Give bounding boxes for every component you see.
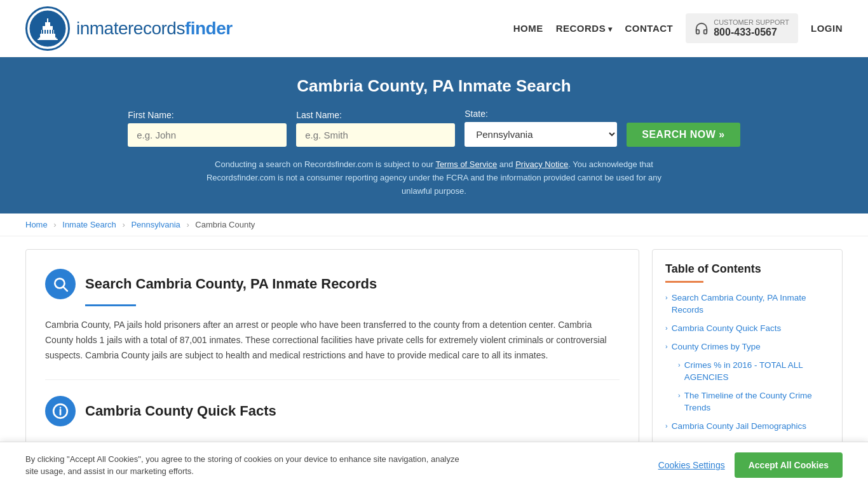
- breadcrumb-state[interactable]: Pennsylvania: [131, 220, 180, 229]
- disclaimer-text: Conducting a search on Recordsfinder.com…: [196, 158, 672, 198]
- section1-title: Search Cambria County, PA Inmate Records: [85, 276, 377, 292]
- toc-item-1: › Search Cambria County, PA Inmate Recor…: [665, 292, 829, 316]
- cookies-settings-button[interactable]: Cookies Settings: [658, 460, 725, 464]
- section1-underline: [85, 304, 136, 306]
- first-name-input[interactable]: [128, 123, 287, 147]
- svg-rect-11: [37, 39, 58, 40]
- hero-banner: Cambria County, PA Inmate Search First N…: [0, 57, 868, 214]
- search-section-icon: [45, 269, 76, 299]
- accept-cookies-button[interactable]: Accept All Cookies: [735, 452, 843, 464]
- svg-rect-9: [50, 30, 51, 34]
- breadcrumb-sep-2: ›: [122, 220, 125, 229]
- cookie-text: By clicking "Accept All Cookies", you ag…: [25, 453, 470, 465]
- section2-icon: [45, 396, 76, 426]
- svg-point-17: [60, 407, 62, 409]
- svg-rect-8: [47, 30, 48, 34]
- breadcrumb: Home › Inmate Search › Pennsylvania › Ca…: [0, 214, 868, 236]
- logo-icon: [25, 6, 70, 51]
- last-name-group: Last Name:: [296, 110, 455, 147]
- toc-link-1[interactable]: Search Cambria County, PA Inmate Records: [672, 292, 829, 316]
- support-info: CUSTOMER SUPPORT 800-433-0567: [714, 18, 789, 38]
- nav-login[interactable]: LOGIN: [811, 23, 843, 34]
- chevron-icon: ›: [665, 422, 668, 430]
- breadcrumb-inmate-search[interactable]: Inmate Search: [62, 220, 116, 229]
- section1-body: Cambria County, PA jails hold prisoners …: [45, 318, 620, 363]
- svg-line-14: [64, 287, 67, 291]
- terms-link[interactable]: Terms of Service: [435, 159, 497, 169]
- search-form: First Name: Last Name: State: Pennsylvan…: [25, 109, 843, 147]
- toc-link-2[interactable]: Cambria County Quick Facts: [672, 323, 782, 335]
- customer-support[interactable]: CUSTOMER SUPPORT 800-433-0567: [686, 13, 798, 43]
- section1-header: Search Cambria County, PA Inmate Records: [45, 269, 620, 299]
- state-label: State:: [465, 109, 488, 119]
- nav-home[interactable]: HOME: [513, 23, 543, 34]
- chevron-icon: ›: [665, 342, 668, 350]
- support-number: 800-433-0567: [714, 27, 789, 38]
- chevron-icon: ›: [678, 391, 681, 399]
- section2-title: Cambria County Quick Facts: [85, 403, 276, 419]
- chevron-icon: ›: [665, 324, 668, 332]
- main-content: Search Cambria County, PA Inmate Records…: [0, 236, 868, 464]
- logo-area[interactable]: inmaterecordsfinder: [25, 6, 233, 51]
- main-nav: HOME RECORDS CONTACT CUSTOMER SUPPORT 80…: [513, 13, 843, 43]
- support-label: CUSTOMER SUPPORT: [714, 18, 789, 27]
- cookie-banner: By clicking "Accept All Cookies", you ag…: [0, 442, 868, 464]
- svg-rect-10: [52, 30, 53, 34]
- last-name-label: Last Name:: [296, 110, 342, 120]
- toc-item-2: › Cambria County Quick Facts: [665, 323, 829, 335]
- svg-rect-7: [44, 30, 46, 34]
- toc-link-6[interactable]: Cambria County Jail Demographics: [672, 421, 806, 433]
- toc-title: Table of Contents: [665, 262, 829, 276]
- toc-item-3: › County Crimes by Type: [665, 341, 829, 353]
- sidebar: Table of Contents › Search Cambria Count…: [652, 249, 843, 452]
- breadcrumb-sep-1: ›: [53, 220, 56, 229]
- first-name-label: First Name:: [128, 110, 173, 120]
- toc-item-4: › Crimes % in 2016 - TOTAL ALL AGENCIES: [665, 360, 829, 384]
- state-group: State: Pennsylvania AlabamaAlaskaArizona…: [465, 109, 617, 147]
- toc-link-3[interactable]: County Crimes by Type: [672, 341, 761, 353]
- breadcrumb-sep-3: ›: [186, 220, 189, 229]
- logo-text: inmaterecordsfinder: [76, 18, 233, 39]
- chevron-icon: ›: [665, 294, 668, 301]
- toc-link-4[interactable]: Crimes % in 2016 - TOTAL ALL AGENCIES: [684, 360, 829, 384]
- toc-item-5: › The Timeline of the County Crime Trend…: [665, 390, 829, 414]
- toc-item-6: › Cambria County Jail Demographics: [665, 421, 829, 433]
- search-button[interactable]: SEARCH NOW »: [627, 123, 740, 147]
- last-name-input[interactable]: [296, 123, 455, 147]
- cookie-actions: Cookies Settings Accept All Cookies: [658, 452, 843, 464]
- site-header: inmaterecordsfinder HOME RECORDS CONTACT…: [0, 0, 868, 57]
- hero-title: Cambria County, PA Inmate Search: [25, 76, 843, 96]
- nav-records[interactable]: RECORDS: [556, 23, 613, 34]
- magnifier-icon: [52, 276, 69, 292]
- content-area: Search Cambria County, PA Inmate Records…: [25, 249, 639, 452]
- state-select[interactable]: Pennsylvania AlabamaAlaskaArizonaArkansa…: [465, 122, 617, 147]
- svg-rect-5: [47, 18, 48, 24]
- chevron-icon: ›: [678, 361, 681, 369]
- section2-partial: Cambria County Quick Facts: [45, 379, 620, 426]
- privacy-link[interactable]: Privacy Notice: [515, 159, 568, 169]
- toc-underline: [665, 281, 703, 283]
- svg-rect-12: [39, 37, 57, 39]
- info-icon: [52, 403, 69, 419]
- breadcrumb-county: Cambria County: [195, 220, 255, 229]
- headset-icon: [695, 22, 709, 36]
- toc-link-5[interactable]: The Timeline of the County Crime Trends: [684, 390, 829, 414]
- svg-rect-6: [42, 30, 43, 34]
- first-name-group: First Name:: [128, 110, 287, 147]
- nav-contact[interactable]: CONTACT: [625, 23, 674, 34]
- breadcrumb-home[interactable]: Home: [25, 220, 48, 229]
